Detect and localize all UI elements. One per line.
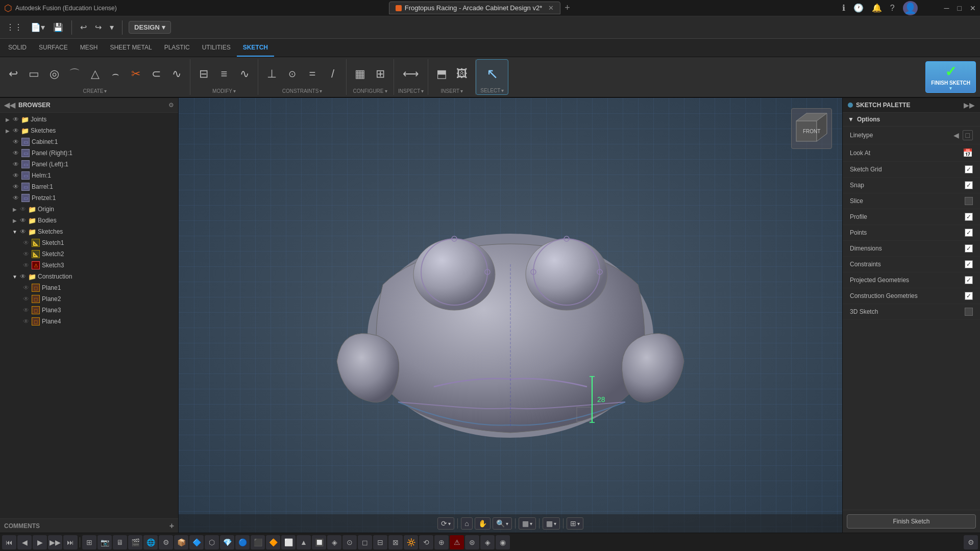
tree-item-bodies[interactable]: ▶ 👁 📁 Bodies	[0, 215, 178, 226]
expand-joints[interactable]: ▶	[4, 117, 11, 122]
file-btn[interactable]: 📄▾	[29, 20, 47, 34]
linetype-left-btn[interactable]: ◀	[952, 130, 961, 140]
finish-sketch-btn[interactable]: ✓ FINISH SKETCH ▾	[925, 61, 976, 93]
redo-btn[interactable]: ↪	[93, 20, 104, 34]
viewport[interactable]: 28	[179, 98, 842, 533]
browser-back-btn[interactable]: ◀◀	[4, 101, 15, 109]
vis-joints[interactable]: 👁	[11, 116, 20, 123]
expand-bodies[interactable]: ▶	[11, 218, 18, 223]
playback-start-btn[interactable]: ⏮	[2, 535, 16, 549]
user-avatar[interactable]: 👤	[903, 1, 918, 15]
tab-close-icon[interactable]: ✕	[548, 4, 554, 12]
physics-btn[interactable]: 🌐	[143, 535, 158, 549]
tree-item-sketch3[interactable]: ▶ 👁 ⚠ Sketch3	[0, 260, 178, 271]
shape-btn1[interactable]: 🔷	[189, 535, 204, 549]
node-btn[interactable]: ◈	[327, 535, 341, 549]
tab-mesh[interactable]: MESH	[74, 39, 104, 57]
constraint-perp-btn[interactable]: ⊥	[262, 67, 281, 81]
tree-item-sketch2[interactable]: ▶ 👁 📐 Sketch2	[0, 248, 178, 260]
points-checkbox[interactable]	[965, 229, 973, 237]
vis-cabinet[interactable]: 👁	[11, 138, 20, 145]
vis-plane2[interactable]: 👁	[21, 295, 31, 303]
create-polygon-btn[interactable]: △	[86, 67, 104, 81]
undo-btn[interactable]: ↩	[78, 20, 89, 34]
rot-btn[interactable]: ⟲	[419, 535, 433, 549]
design-mode-btn[interactable]: DESIGN ▾	[129, 21, 171, 34]
tree-item-plane2[interactable]: ▶ 👁 ◻ Plane2	[0, 293, 178, 305]
tree-item-sketches-root[interactable]: ▶ 👁 📁 Sketches	[0, 125, 178, 136]
create-line-btn[interactable]: ↩	[4, 67, 22, 81]
expand-sketches[interactable]: ▼	[11, 229, 18, 235]
3d-sketch-checkbox[interactable]	[965, 308, 973, 316]
tree-item-plane3[interactable]: ▶ 👁 ◻ Plane3	[0, 305, 178, 316]
shape-btn2[interactable]: ⬡	[205, 535, 219, 549]
apps-grid-btn[interactable]: ⋮⋮	[4, 20, 24, 34]
linetype-box-btn[interactable]: □	[963, 130, 973, 140]
create-trim-btn[interactable]: ✂	[127, 67, 145, 81]
vis-bodies[interactable]: 👁	[18, 217, 28, 224]
constraint-concentric-btn[interactable]: ⊙	[283, 68, 301, 80]
constraints-label[interactable]: CONSTRAINTS ▾	[282, 88, 323, 94]
vis-origin[interactable]: 👁	[18, 206, 28, 213]
zoom-btn[interactable]: 🔍▾	[493, 517, 512, 530]
render-mode-btn[interactable]: ▦▾	[543, 517, 560, 530]
vis-barrel[interactable]: 👁	[11, 183, 20, 190]
orb-btn[interactable]: 🔵	[235, 535, 250, 549]
error-icon-btn[interactable]: ⚠	[450, 535, 464, 549]
profile-checkbox[interactable]	[965, 213, 973, 221]
palette-options-header[interactable]: ▼ Options	[843, 113, 980, 127]
bright-btn[interactable]: 🔆	[404, 535, 418, 549]
tree-item-panel-right[interactable]: ▶ 👁 ▭ Panel (Right):1	[0, 147, 178, 159]
vis-panel-left[interactable]: 👁	[11, 161, 20, 168]
create-offset-btn[interactable]: ⊂	[147, 67, 165, 81]
tree-item-plane1[interactable]: ▶ 👁 ◻ Plane1	[0, 282, 178, 293]
vis-pretzel[interactable]: 👁	[11, 194, 20, 202]
playback-play-btn[interactable]: ▶	[33, 535, 47, 549]
ring-btn[interactable]: ⊙	[342, 535, 357, 549]
inspect-measure-btn[interactable]: ⟷	[401, 67, 421, 81]
insert-image-btn[interactable]: 🖼	[453, 67, 471, 81]
insert-label[interactable]: INSERT ▾	[441, 88, 463, 94]
gem-btn[interactable]: 💎	[220, 535, 234, 549]
tree-item-helm[interactable]: ▶ 👁 ▭ Helm:1	[0, 170, 178, 181]
create-arc-btn[interactable]: ⌒	[65, 67, 84, 81]
redo-dropdown-btn[interactable]: ▾	[108, 20, 116, 34]
modify-curve-btn[interactable]: ∿	[235, 67, 254, 81]
active-tab[interactable]: Frogtopus Racing - Arcade Cabinet Design…	[389, 2, 561, 14]
constraint-collinear-btn[interactable]: /	[324, 67, 342, 81]
modify-dropdown-icon[interactable]: ▾	[233, 88, 236, 94]
minimize-btn[interactable]: ─	[944, 4, 949, 12]
create-circle-btn[interactable]: ◎	[45, 67, 63, 81]
sim-btn[interactable]: ⚙	[159, 535, 173, 549]
plus2-btn[interactable]: ⊛	[465, 535, 479, 549]
info-icon[interactable]: ℹ	[842, 3, 845, 13]
cube-btn[interactable]: ⬛	[251, 535, 265, 549]
tree-item-cabinet[interactable]: ▶ 👁 ▭ Cabinet:1	[0, 136, 178, 147]
home-btn[interactable]: ⌂	[461, 517, 472, 530]
timeline-btn[interactable]: ⊞	[82, 535, 96, 549]
tab-solid[interactable]: SOLID	[2, 39, 33, 57]
modify-equal-btn[interactable]: ≡	[215, 67, 233, 81]
construct-geom-checkbox[interactable]	[965, 292, 973, 300]
close-btn[interactable]: ✕	[970, 4, 976, 12]
maximize-btn[interactable]: □	[958, 4, 962, 12]
vis-sketch1[interactable]: 👁	[21, 239, 31, 246]
snap-checkbox[interactable]	[965, 181, 973, 189]
look-at-icon[interactable]: 📅	[963, 148, 973, 158]
select-btn[interactable]: ↖	[483, 66, 501, 82]
help-icon[interactable]: ?	[890, 4, 895, 13]
scene-btn[interactable]: 🎬	[128, 535, 142, 549]
expand-cabinet[interactable]: ▶	[4, 139, 11, 145]
tree-item-plane4[interactable]: ▶ 👁 ◻ Plane4	[0, 316, 178, 327]
tab-sheet-metal[interactable]: SHEET METAL	[104, 39, 158, 57]
create-dropdown-icon[interactable]: ▾	[104, 88, 107, 94]
inspect-dropdown-icon[interactable]: ▾	[421, 88, 424, 94]
min-btn[interactable]: ⊟	[373, 535, 387, 549]
configure-label[interactable]: CONFIGURE ▾	[353, 88, 387, 94]
palette-expand-btn[interactable]: ▶▶	[964, 101, 975, 109]
vis-plane4[interactable]: 👁	[21, 318, 31, 325]
configure-btn2[interactable]: ⊞	[371, 67, 389, 81]
tri-btn[interactable]: ▲	[297, 535, 311, 549]
select-label[interactable]: SELECT ▾	[480, 88, 504, 93]
clock-icon[interactable]: 🕐	[853, 3, 864, 13]
